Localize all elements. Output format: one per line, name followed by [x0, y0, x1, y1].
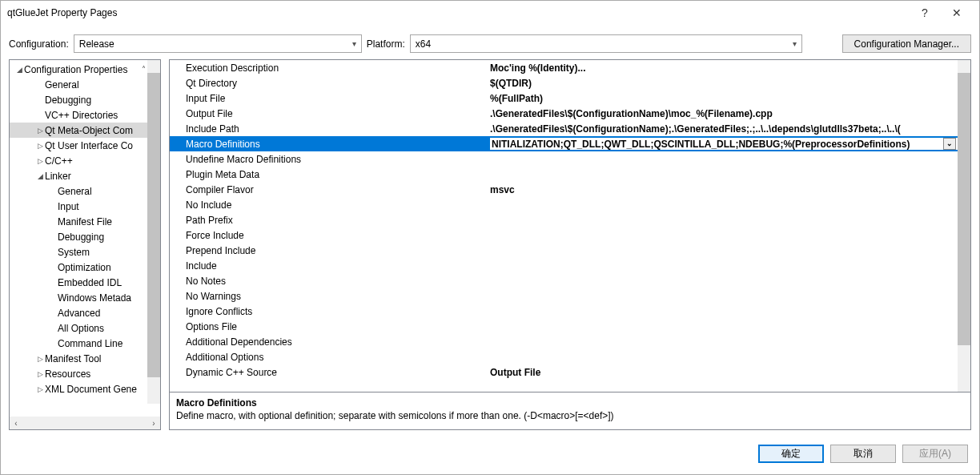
cancel-button[interactable]: 取消 — [830, 445, 896, 463]
tree-hscrollbar[interactable]: ‹ › — [10, 417, 160, 429]
nav-tree-panel: ◢ Configuration Properties ˄ GeneralDebu… — [9, 59, 161, 430]
tree-item[interactable]: Input — [10, 199, 160, 214]
property-row[interactable]: Options File — [170, 319, 958, 334]
tree-item[interactable]: ▷Qt User Interface Co — [10, 138, 160, 153]
platform-value: x64 — [416, 38, 431, 50]
property-row[interactable]: Ignore Conflicts — [170, 304, 958, 319]
property-grid: Execution DescriptionMoc'ing %(Identity)… — [169, 59, 971, 392]
collapse-icon[interactable]: ◢ — [14, 66, 24, 74]
property-name: Macro Definitions — [170, 139, 490, 150]
property-value[interactable]: Output File — [490, 367, 958, 378]
tree-item[interactable]: All Options — [10, 320, 160, 336]
tree-item[interactable]: General — [10, 77, 160, 92]
tree-item[interactable]: Windows Metada — [10, 290, 160, 305]
configuration-manager-button[interactable]: Configuration Manager... — [842, 34, 971, 53]
expand-icon[interactable]: ▷ — [35, 355, 45, 363]
expand-icon[interactable]: ▷ — [35, 385, 45, 393]
window-title: qtGlueJet Property Pages — [7, 7, 909, 18]
scroll-left-icon[interactable]: ‹ — [10, 419, 22, 428]
property-value[interactable]: NITIALIZATION;QT_DLL;QWT_DLL;QSCINTILLA_… — [490, 138, 958, 150]
tree-item-label: Manifest Tool — [45, 353, 101, 364]
tree-item-label: XML Document Gene — [45, 384, 137, 395]
property-row[interactable]: Input File%(FullPath) — [170, 91, 958, 106]
expand-icon[interactable]: ▷ — [35, 370, 45, 378]
property-row[interactable]: Plugin Meta Data — [170, 167, 958, 182]
property-row[interactable]: Include — [170, 258, 958, 273]
property-row[interactable]: Path Prefix — [170, 212, 958, 227]
property-row[interactable]: Macro DefinitionsNITIALIZATION;QT_DLL;QW… — [170, 136, 958, 151]
property-row[interactable]: Prepend Include — [170, 243, 958, 258]
tree-item[interactable]: Advanced — [10, 305, 160, 320]
description-panel: Macro Definitions Define macro, with opt… — [169, 392, 971, 430]
expand-icon[interactable]: ▷ — [35, 142, 45, 150]
expand-icon[interactable]: ▷ — [35, 127, 45, 135]
dropdown-button[interactable]: ⌄ — [943, 138, 956, 150]
tree-item[interactable]: Embedded IDL — [10, 275, 160, 290]
property-row[interactable]: Compiler Flavormsvc — [170, 182, 958, 197]
property-row[interactable]: No Warnings — [170, 288, 958, 304]
tree-item[interactable]: ▷C/C++ — [10, 153, 160, 168]
property-row[interactable]: Output File.\GeneratedFiles\$(Configurat… — [170, 106, 958, 121]
property-value[interactable]: %(FullPath) — [490, 93, 958, 104]
tree-item[interactable]: General — [10, 183, 160, 199]
configuration-value: Release — [79, 38, 114, 50]
close-button[interactable]: ✕ — [941, 6, 973, 19]
scroll-right-icon[interactable]: › — [147, 419, 160, 428]
tree-item-label: C/C++ — [45, 155, 73, 167]
tree-item[interactable]: Command Line — [10, 336, 160, 351]
apply-button[interactable]: 应用(A) — [902, 445, 968, 463]
property-name: No Include — [170, 199, 490, 211]
tree-item-label: Qt User Interface Co — [45, 140, 133, 151]
tree-item[interactable]: Debugging — [10, 92, 160, 107]
property-value[interactable]: msvc — [490, 184, 958, 195]
property-name: Dynamic C++ Source — [170, 367, 490, 378]
property-row[interactable]: Execution DescriptionMoc'ing %(Identity)… — [170, 60, 958, 75]
titlebar: qtGlueJet Property Pages ? ✕ — [1, 1, 979, 25]
tree-item-label: Resources — [45, 368, 90, 380]
tree-item[interactable]: ◢Linker — [10, 168, 160, 183]
tree-item-label: Debugging — [58, 231, 104, 243]
property-row[interactable]: Include Path.\GeneratedFiles\$(Configura… — [170, 121, 958, 136]
property-name: Include — [170, 260, 490, 272]
property-row[interactable]: Undefine Macro Definitions — [170, 151, 958, 167]
property-value[interactable]: $(QTDIR) — [490, 78, 958, 89]
property-grid-body[interactable]: Execution DescriptionMoc'ing %(Identity)… — [170, 60, 958, 392]
property-name: Execution Description — [170, 62, 490, 74]
tree-item[interactable]: Manifest File — [10, 214, 160, 229]
property-value[interactable]: Moc'ing %(Identity)... — [490, 62, 958, 74]
tree-item[interactable]: ▷Manifest Tool — [10, 351, 160, 366]
property-name: Ignore Conflicts — [170, 306, 490, 317]
property-row[interactable]: No Notes — [170, 273, 958, 288]
tree-item-label: Input — [58, 201, 79, 212]
tree-item[interactable]: System — [10, 244, 160, 260]
tree-item[interactable]: Optimization — [10, 260, 160, 275]
tree-item[interactable]: ▷Qt Meta-Object Com — [10, 123, 160, 138]
property-row[interactable]: Qt Directory$(QTDIR) — [170, 75, 958, 91]
expand-icon[interactable]: ▷ — [35, 157, 45, 165]
help-button[interactable]: ? — [909, 6, 941, 19]
property-name: Prepend Include — [170, 245, 490, 256]
grid-vscrollbar[interactable] — [958, 60, 970, 392]
tree-item[interactable]: VC++ Directories — [10, 107, 160, 123]
ok-button[interactable]: 确定 — [758, 445, 824, 463]
tree-item[interactable]: Debugging — [10, 229, 160, 244]
tree-root[interactable]: ◢ Configuration Properties ˄ — [10, 62, 160, 77]
property-row[interactable]: Additional Dependencies — [170, 334, 958, 349]
tree-item-label: Debugging — [45, 95, 91, 106]
tree-item[interactable]: ▷XML Document Gene — [10, 381, 160, 397]
property-row[interactable]: Additional Options — [170, 349, 958, 364]
tree-vscrollbar[interactable] — [147, 60, 160, 404]
property-value[interactable]: .\GeneratedFiles\$(ConfigurationName);.\… — [490, 123, 958, 135]
property-row[interactable]: Force Include — [170, 227, 958, 243]
nav-tree[interactable]: ◢ Configuration Properties ˄ GeneralDebu… — [10, 60, 160, 417]
configuration-select[interactable]: Release ▾ — [74, 34, 362, 53]
tree-item[interactable]: ▷Resources — [10, 366, 160, 381]
collapse-icon[interactable]: ◢ — [35, 172, 45, 180]
property-value[interactable]: .\GeneratedFiles\$(ConfigurationName)\mo… — [490, 108, 958, 119]
platform-select[interactable]: x64 ▾ — [410, 34, 802, 53]
property-row[interactable]: No Include — [170, 197, 958, 212]
property-name: Path Prefix — [170, 215, 490, 226]
tree-item-label: Manifest File — [58, 216, 112, 227]
tree-item-label: Command Line — [58, 338, 122, 349]
property-row[interactable]: Dynamic C++ SourceOutput File — [170, 364, 958, 380]
